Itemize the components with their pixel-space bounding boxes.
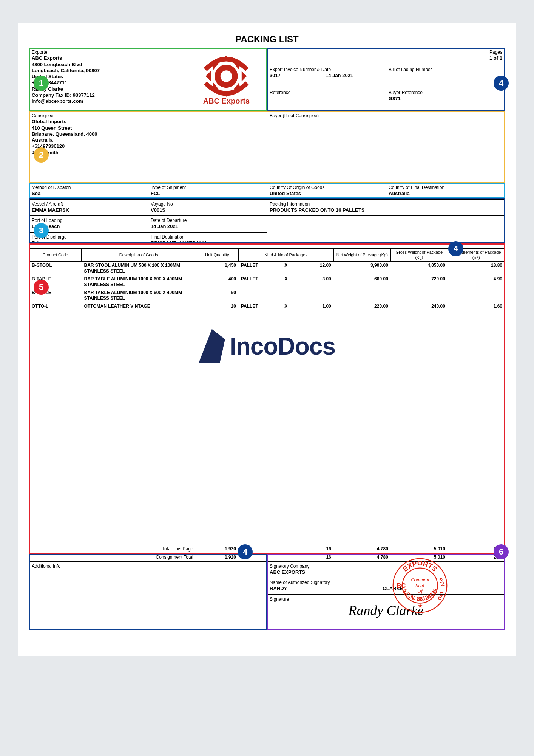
- svg-text:BC: BC: [397, 582, 406, 589]
- th-gross: Gross Weight of Package (Kg): [390, 249, 448, 262]
- vessel-value: EMMA MAERSK: [32, 207, 69, 213]
- method-cell: Method of Dispatch Sea: [29, 183, 148, 200]
- invoice-number: 3017T: [270, 73, 324, 79]
- vessel-cell: Vessel / Aircraft EMMA MAERSK: [29, 200, 148, 216]
- sign-first: RANDY: [270, 586, 381, 592]
- buyer-if-not-block: Buyer (If not Consignee): [267, 111, 505, 183]
- total-page-label: Total This Page: [82, 545, 196, 553]
- invoice-date: 14 Jan 2021: [326, 73, 353, 79]
- sign-company-cell: Signatory Company ABC EXPORTS: [267, 562, 505, 578]
- addinfo-block: Additional Info: [29, 562, 267, 637]
- page-title: PACKING LIST: [29, 34, 505, 45]
- exporter-addr2: Longbeach, California, 90807: [32, 68, 184, 74]
- marker-4a: 4: [494, 76, 509, 91]
- total-cons-pkgs: 16: [296, 553, 334, 561]
- addinfo-label: Additional Info: [32, 564, 60, 569]
- packing-spacer2: [267, 232, 505, 249]
- dest-cell: Country of Final Destination Australia: [386, 183, 505, 200]
- dod-label: Date of Departure: [151, 218, 187, 223]
- company-seal-stamp-icon: EXPORTS A.C.N. 86124239 BC PTY LTD Commo…: [392, 557, 448, 614]
- packing-value: PRODUCTS PACKED ONTO 16 PALLETS: [270, 207, 364, 213]
- svg-marker-5: [242, 71, 247, 81]
- table-row: B-TABLEBAR TABLE ALUMINIUM 1000 X 600 X …: [29, 289, 505, 302]
- marker-5: 5: [34, 280, 49, 295]
- table-row: OTTO-LOTTOMAN LEATHER VINTAGE20PALLETX1.…: [29, 302, 505, 310]
- consignee-block: Consignee Global Imports 410 Queen Stree…: [29, 111, 267, 183]
- sign-name-label: Name of Authorized Signatory: [270, 580, 330, 585]
- th-qty: Unit Quantity: [196, 249, 238, 262]
- buyer-ref-value: G871: [389, 96, 401, 101]
- pod-value: Brisbane: [32, 240, 53, 246]
- final-label: Final Destination: [151, 234, 184, 240]
- marker-4c: 4: [238, 544, 253, 559]
- dest-label: Country of Final Destination: [389, 185, 444, 190]
- bol-cell: Bill of Lading Number: [386, 65, 505, 88]
- total-cons-net: 4,780: [333, 553, 390, 561]
- final-cell: Final Destination BRISBANE, AUSTRALIA: [148, 232, 267, 249]
- th-kind: Kind & No of Packages: [238, 249, 333, 262]
- bol-label: Bill of Lading Number: [389, 67, 432, 72]
- pages-cell: Pages 1 of 1: [267, 48, 505, 65]
- consignee-name: Global Imports: [32, 119, 264, 125]
- vessel-label: Vessel / Aircraft: [32, 201, 63, 207]
- marker-4b: 4: [448, 241, 463, 256]
- incodocs-watermark: IncoDocs: [29, 329, 505, 363]
- method-label: Method of Dispatch: [32, 185, 71, 190]
- total-cons-label: Consignment Total: [82, 553, 196, 561]
- dod-cell: Date of Departure 14 Jan 2021: [148, 216, 267, 232]
- marker-1: 1: [34, 76, 49, 91]
- svg-text:★: ★: [418, 602, 423, 609]
- incodocs-text: IncoDocs: [230, 331, 335, 361]
- th-code: Product Code: [29, 249, 82, 262]
- buyer-ref-label: Buyer Reference: [389, 90, 423, 95]
- invoice-label: Export Invoice Number & Date: [270, 67, 331, 72]
- sign-name-cell: Name of Authorized Signatory RANDY CLARK…: [267, 578, 505, 595]
- pages-value: 1 of 1: [489, 55, 502, 61]
- pol-label: Port of Loading: [32, 218, 62, 223]
- svg-text:Common: Common: [411, 576, 429, 582]
- sign-sig-label: Signature: [270, 596, 289, 602]
- products-table: Product Code Description of Goods Unit Q…: [29, 249, 505, 310]
- exporter-email: info@abcexports.com: [32, 98, 184, 104]
- total-page-pkgs: 16: [296, 545, 334, 553]
- packing-cell: Packing Information PRODUCTS PACKED ONTO…: [267, 200, 505, 216]
- origin-value: United States: [270, 191, 301, 196]
- reference-label: Reference: [270, 90, 290, 95]
- consignee-heading: Consignee: [32, 113, 53, 118]
- shiptype-value: FCL: [151, 191, 160, 196]
- table-row: B-STOOLBAR STOOL ALUMINIUM 500 X 100 X 1…: [29, 261, 505, 275]
- total-page-net: 4,780: [333, 545, 390, 553]
- exporter-phone: +121388447711: [32, 80, 184, 86]
- pages-label: Pages: [489, 50, 502, 55]
- final-value: BRISBANE, AUSTRALIA: [151, 240, 207, 246]
- incodocs-icon: [199, 329, 225, 363]
- th-net: Net Weight of Package (Kg): [333, 249, 390, 262]
- exporter-name: ABC Exports: [32, 55, 184, 61]
- marker-2: 2: [34, 147, 49, 163]
- marker-6: 6: [494, 544, 509, 559]
- origin-cell: Country Of Origin of Goods United States: [267, 183, 386, 200]
- shiptype-label: Type of Shipment: [151, 185, 186, 190]
- total-page-qty: 1,920: [196, 545, 238, 553]
- sign-company-value: ABC EXPORTS: [270, 569, 305, 575]
- svg-point-1: [221, 71, 232, 82]
- svg-marker-4: [206, 71, 211, 81]
- sign-company-label: Signatory Company: [270, 564, 309, 569]
- dest-value: Australia: [389, 191, 410, 196]
- consignee-addr1: 410 Queen Street: [32, 125, 264, 131]
- voyage-label: Voyage No: [151, 201, 173, 207]
- packing-spacer: [267, 216, 505, 232]
- invoice-cell: Export Invoice Number & Date 3017T 14 Ja…: [267, 65, 386, 88]
- exporter-country: United States: [32, 74, 184, 80]
- exporter-addr1: 4300 Longbeach Blvd: [32, 62, 184, 68]
- total-page-gross: 5,010: [390, 545, 448, 553]
- voyage-value: V001S: [151, 207, 165, 213]
- table-row: B-TABLEBAR TABLE ALUMINIUM 1000 X 600 X …: [29, 275, 505, 289]
- marker-3: 3: [34, 223, 49, 238]
- svg-text:Of: Of: [417, 588, 423, 593]
- buyer-ref-cell: Buyer Reference G871: [386, 88, 505, 111]
- buyer-if-not-label: Buyer (If not Consignee): [270, 113, 319, 118]
- exporter-block: Exporter ABC Exports 4300 Longbeach Blvd…: [29, 48, 186, 111]
- svg-text:PTY: PTY: [438, 577, 446, 587]
- exporter-contact: Randy Clarke: [32, 86, 184, 92]
